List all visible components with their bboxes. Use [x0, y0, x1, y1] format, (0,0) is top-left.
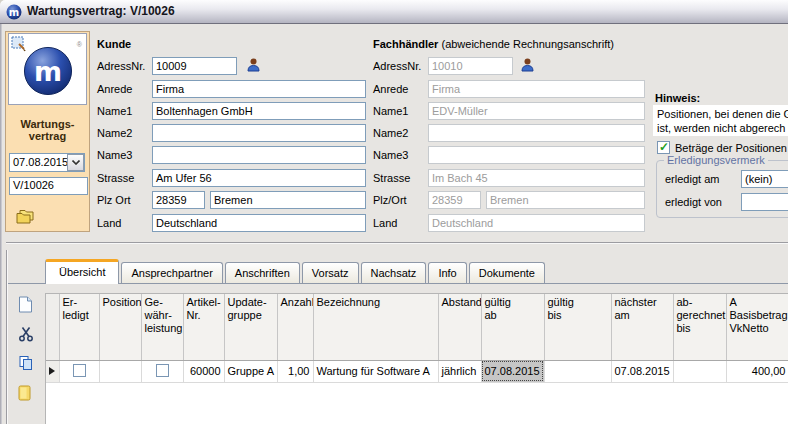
column-header-abgerechnet-bis: ab- gerechnet bis [673, 294, 726, 360]
erledigungsvermerk-groupbox: Erledigungsvermerk erledigt am (kein) er… [656, 160, 788, 218]
new-item-icon[interactable] [18, 296, 36, 314]
kunde-land-label: Land [97, 214, 151, 232]
cell-updategruppe[interactable]: Gruppe A [224, 360, 277, 382]
betraege-checkbox[interactable] [657, 141, 670, 154]
folders-icon[interactable] [14, 208, 38, 226]
fach-adressnr-input: 10010 [428, 57, 513, 75]
column-header-bezeichnung: Bezeichnung [313, 294, 438, 360]
kunde-name1-input[interactable]: Boltenhagen GmbH [152, 102, 366, 120]
sidebar: m ® Wartungs- vertrag 07.08.2015 V/10026 [5, 31, 90, 232]
column-header-erledigt: Er- ledigt [59, 294, 99, 360]
erledigt-am-input[interactable]: (kein) [741, 170, 788, 188]
fach-plz-input: 28359 [428, 191, 481, 209]
kunde-plzort-label: Plz Ort [97, 191, 151, 209]
contract-number-input[interactable]: V/10026 [9, 177, 88, 195]
registered-mark: ® [77, 41, 82, 48]
kunde-person-icon[interactable] [246, 57, 261, 73]
cell-basisbetrag[interactable]: 400,00 [726, 360, 788, 382]
fach-name3-input [428, 146, 645, 164]
svg-text:m: m [9, 7, 19, 18]
copy-icon[interactable] [18, 355, 36, 373]
column-header-abstand: Abstand [438, 294, 481, 360]
chevron-down-icon[interactable] [67, 154, 84, 171]
fach-ort-input: Bremen [486, 191, 645, 209]
fach-strasse-label: Strasse [373, 169, 427, 187]
logo-panel: m ® [8, 33, 87, 105]
tab-ansprechpartner[interactable]: Ansprechpartner [121, 262, 222, 283]
column-header-selector [46, 294, 59, 360]
row-arrow-icon [49, 367, 55, 375]
cell-gueltig-bis[interactable] [544, 360, 611, 382]
cell-anzahl[interactable]: 1,00 [277, 360, 313, 382]
column-header-naechster-am: nächster am [611, 294, 673, 360]
tab-nachsatz[interactable]: Nachsatz [361, 262, 427, 283]
note-icon[interactable] [18, 385, 36, 403]
kunde-section-title: Kunde [97, 38, 131, 50]
fach-name2-input [428, 124, 645, 142]
hinweis-title: Hinweis: [655, 92, 700, 104]
contract-date-value: 07.08.2015 [10, 154, 67, 171]
kunde-ort-input[interactable]: Bremen [210, 191, 366, 209]
fach-strasse-input: Im Bach 45 [428, 169, 645, 187]
kunde-plz-input[interactable]: 28359 [152, 191, 205, 209]
erledigungsvermerk-title: Erledigungsvermerk [664, 154, 768, 166]
cell-artikelnr[interactable]: 60000 [183, 360, 224, 382]
column-header-gewaehrleistung: Ge- währ- leistung [141, 294, 183, 360]
column-header-position: Position [99, 294, 141, 360]
cell-abstand[interactable]: jährlich [438, 360, 481, 382]
kunde-land-input[interactable]: Deutschland [152, 214, 366, 232]
kunde-name2-input[interactable] [152, 124, 366, 142]
cell-gewaehrleistung[interactable] [141, 360, 183, 382]
titlebar: m Wartungsvertrag: V/10026 [0, 0, 788, 24]
kunde-name2-label: Name2 [97, 124, 151, 142]
tab-info[interactable]: Info [428, 262, 466, 283]
cell-naechster-am[interactable]: 07.08.2015 [611, 360, 673, 382]
fach-name2-label: Name2 [373, 124, 427, 142]
fach-anrede-input: Firma [428, 80, 645, 98]
kunde-name1-label: Name1 [97, 102, 151, 120]
fach-land-input: Deutschland [428, 214, 645, 232]
erledigt-checkbox[interactable] [73, 364, 86, 377]
positions-table: Er- ledigt Position Ge- währ- leistung A… [45, 293, 788, 424]
fach-land-label: Land [373, 214, 427, 232]
cut-icon[interactable] [18, 326, 36, 344]
table-header-row: Er- ledigt Position Ge- währ- leistung A… [46, 294, 788, 360]
cell-bezeichnung[interactable]: Wartung für Software A [313, 360, 438, 382]
column-header-artikelnr: Artikel- Nr. [183, 294, 224, 360]
kunde-adressnr-input[interactable]: 10009 [152, 57, 237, 75]
fach-person-icon[interactable] [520, 57, 535, 73]
fach-adressnr-label: AdressNr. [373, 57, 427, 75]
column-header-updategruppe: Update- gruppe [224, 294, 277, 360]
contract-date-combobox[interactable]: 07.08.2015 [9, 153, 85, 172]
cell-position[interactable] [99, 360, 141, 382]
erledigt-von-input[interactable] [741, 193, 788, 211]
betraege-checkbox-row: Beträge der Positionen g [657, 141, 788, 154]
hinweis-text: Positionen, bei denen die G ist, werden … [653, 105, 788, 136]
fachhaendler-section-subtitle: (abweichende Rechnungsanschrift) [441, 38, 613, 50]
kunde-adressnr-label: AdressNr. [97, 57, 151, 75]
window-border [0, 24, 2, 424]
tab-dokumente[interactable]: Dokumente [469, 262, 545, 283]
cell-erledigt[interactable] [59, 360, 99, 382]
cell-abgerechnet-bis[interactable] [673, 360, 726, 382]
tab-vorsatz[interactable]: Vorsatz [302, 262, 359, 283]
gewaehrleistung-checkbox[interactable] [156, 364, 169, 377]
app-logo-icon: m [6, 4, 22, 20]
betraege-checkbox-label: Beträge der Positionen g [675, 142, 788, 154]
tab-uebersicht[interactable]: Übersicht [45, 259, 119, 284]
column-header-gueltig-bis: gültig bis [544, 294, 611, 360]
kunde-name3-input[interactable] [152, 146, 366, 164]
kunde-strasse-input[interactable]: Am Ufer 56 [152, 169, 366, 187]
cell-gueltig-ab[interactable]: 07.08.2015 [481, 360, 544, 382]
fach-plzort-label: Plz/Ort [373, 191, 427, 209]
column-header-gueltig-ab: gültig ab [481, 294, 544, 360]
app-window: m Wartungsvertrag: V/10026 m [0, 0, 788, 424]
kunde-anrede-input[interactable]: Firma [152, 80, 366, 98]
fach-name1-label: Name1 [373, 102, 427, 120]
fach-name3-label: Name3 [373, 146, 427, 164]
kunde-strasse-label: Strasse [97, 169, 151, 187]
horizontal-divider [6, 242, 788, 244]
column-header-anzahl: Anzahl [277, 294, 313, 360]
row-selector[interactable] [46, 360, 59, 382]
tab-anschriften[interactable]: Anschriften [225, 262, 300, 283]
